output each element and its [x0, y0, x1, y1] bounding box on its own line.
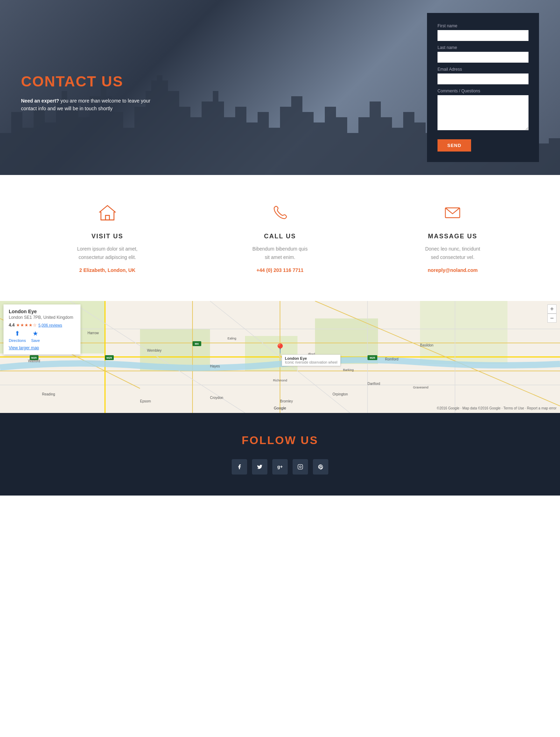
hero-bold-text: Need an expert?	[21, 98, 59, 104]
save-label: Save	[31, 338, 40, 343]
svg-text:Harrow: Harrow	[88, 331, 99, 335]
home-icon	[98, 203, 117, 226]
svg-text:Reading: Reading	[42, 392, 55, 396]
call-us-title: CALL US	[264, 233, 296, 240]
map-place-name: London Eye	[9, 309, 75, 314]
map-controls: + −	[547, 304, 556, 323]
map-pin: 📍	[274, 343, 286, 355]
visit-us-desc: Lorem ipsum dolor sit amet,consectetur a…	[77, 245, 138, 262]
save-action[interactable]: ★ Save	[31, 330, 40, 343]
svg-text:Richmond: Richmond	[273, 379, 287, 382]
last-name-input[interactable]	[438, 52, 528, 63]
map-place-address: London SE1 7PB, United Kingdom	[9, 315, 75, 320]
call-us-desc: Bibendum bibendum quissit amet enim.	[252, 245, 308, 262]
massage-us-card: MASSAGE US Donec leo nunc, tinciduntsed …	[404, 203, 502, 273]
facebook-icon[interactable]	[232, 459, 247, 475]
hero-description: Need an expert? you are more than welcom…	[21, 97, 154, 113]
svg-rect-7	[420, 301, 507, 364]
visit-us-title: VISIT US	[91, 233, 123, 240]
save-icon: ★	[33, 330, 38, 337]
contact-form: First name Last name Email Adress Commen…	[427, 13, 539, 162]
comments-label: Comments / Questions	[438, 89, 528, 93]
massage-us-desc: Donec leo nunc, tinciduntsed consectetur…	[425, 245, 480, 262]
svg-rect-47	[298, 464, 302, 469]
svg-text:Gravesend: Gravesend	[413, 386, 428, 389]
first-name-group: First name	[438, 23, 528, 41]
svg-text:Basildon: Basildon	[420, 343, 433, 347]
svg-text:Orpington: Orpington	[332, 392, 348, 396]
svg-text:M25: M25	[106, 356, 112, 359]
phone-icon	[270, 203, 290, 226]
hero-text: CONTACT US Need an expert? you are more …	[21, 63, 154, 113]
call-us-card: CALL US Bibendum bibendum quissit amet e…	[231, 203, 329, 273]
first-name-label: First name	[438, 23, 528, 28]
directions-label: Directions	[9, 338, 26, 343]
zoom-in-button[interactable]: +	[547, 304, 556, 314]
visit-us-card: VISIT US Lorem ipsum dolor sit amet,cons…	[58, 203, 156, 273]
massage-us-title: MASSAGE US	[428, 233, 477, 240]
email-input[interactable]	[438, 73, 528, 84]
info-section: VISIT US Lorem ipsum dolor sit amet,cons…	[0, 175, 560, 301]
twitter-icon[interactable]	[252, 459, 267, 475]
google-logo: Google	[274, 406, 286, 410]
social-icons-container: g+	[7, 459, 553, 475]
follow-section: FOLLOW US g+	[0, 413, 560, 496]
email-group: Email Adress	[438, 67, 528, 84]
svg-text:Romford: Romford	[385, 357, 398, 361]
send-button[interactable]: SEND	[438, 139, 471, 152]
massage-us-link[interactable]: noreply@noland.com	[428, 267, 478, 273]
map-section: Watford Harrow Wembley Hayes Ealing Rich…	[0, 301, 560, 413]
pin-subtitle: Iconic riverside observation wheel	[285, 360, 337, 364]
page-title: CONTACT US	[21, 73, 154, 90]
last-name-label: Last name	[438, 45, 528, 50]
instagram-icon[interactable]	[293, 459, 308, 475]
hero-section: CONTACT US Need an expert? you are more …	[0, 0, 560, 175]
map-copyright: ©2016 Google · Map data ©2016 Google · T…	[437, 406, 556, 410]
directions-icon: ⬆	[15, 330, 20, 337]
hero-content: CONTACT US Need an expert? you are more …	[0, 13, 560, 162]
svg-text:Ealing: Ealing	[227, 337, 236, 340]
comments-textarea[interactable]	[438, 95, 528, 130]
map-reviews[interactable]: 5,006 reviews	[38, 323, 62, 327]
pin-title: London Eye	[285, 356, 307, 360]
google-plus-icon[interactable]: g+	[272, 459, 288, 475]
svg-text:Wembley: Wembley	[147, 349, 162, 352]
email-label: Email Adress	[438, 67, 528, 72]
map-stars: ★★★★☆	[16, 323, 37, 328]
map-pin-label: London Eye Iconic riverside observation …	[282, 355, 341, 366]
last-name-group: Last name	[438, 45, 528, 63]
comments-group: Comments / Questions	[438, 89, 528, 132]
pinterest-icon[interactable]	[313, 459, 328, 475]
svg-text:M25: M25	[31, 356, 37, 359]
svg-text:Dartford: Dartford	[368, 382, 380, 386]
zoom-out-button[interactable]: −	[547, 314, 556, 323]
first-name-input[interactable]	[438, 30, 528, 41]
map-rating-value: 4.4	[9, 323, 15, 328]
email-icon	[443, 203, 462, 226]
svg-text:Barking: Barking	[343, 368, 354, 372]
follow-us-title: FOLLOW US	[7, 434, 553, 447]
call-us-link[interactable]: +44 (0) 203 116 7711	[257, 267, 303, 273]
map-background[interactable]: Watford Harrow Wembley Hayes Ealing Rich…	[0, 301, 560, 413]
svg-text:Epsom: Epsom	[140, 399, 151, 403]
svg-text:M4: M4	[195, 342, 199, 345]
view-larger-map-link[interactable]: View larger map	[9, 345, 75, 350]
svg-rect-0	[105, 215, 109, 220]
visit-us-link[interactable]: 2 Elizabeth, London, UK	[79, 267, 135, 273]
svg-text:Bromley: Bromley	[280, 399, 293, 403]
directions-action[interactable]: ⬆ Directions	[9, 330, 26, 343]
map-rating: 4.4 ★★★★☆ 5,006 reviews	[9, 323, 75, 328]
svg-text:Hayes: Hayes	[210, 364, 220, 368]
svg-text:M25: M25	[370, 356, 375, 359]
svg-text:Croydon: Croydon	[210, 396, 223, 400]
map-actions: ⬆ Directions ★ Save	[9, 330, 75, 343]
map-info-box: London Eye London SE1 7PB, United Kingdo…	[4, 304, 80, 355]
